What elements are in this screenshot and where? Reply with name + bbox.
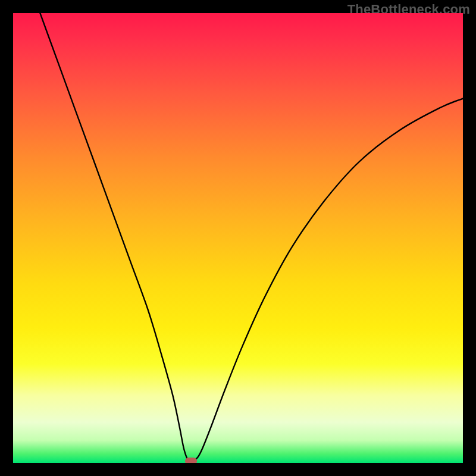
curve-path <box>40 13 463 462</box>
chart-frame: TheBottleneck.com <box>0 0 476 476</box>
bottleneck-curve <box>13 13 463 463</box>
plot-area <box>13 13 463 463</box>
optimal-marker <box>185 458 197 463</box>
